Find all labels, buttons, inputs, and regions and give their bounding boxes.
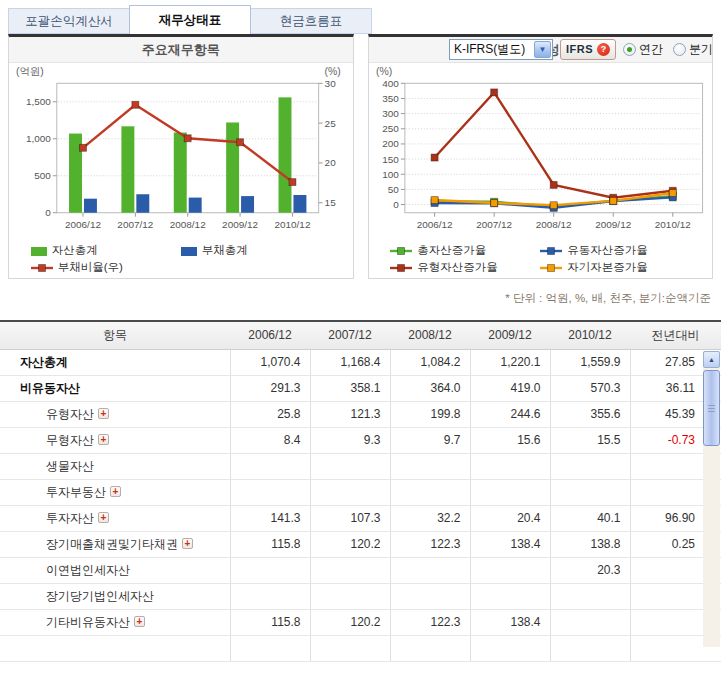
legend-item: 자기자본증가율 xyxy=(540,260,690,275)
value-cell: 15.5 xyxy=(550,427,630,453)
legend-item: 부채비율(우) xyxy=(31,260,181,275)
expand-plus-icon[interactable]: + xyxy=(98,408,109,419)
value-cell xyxy=(310,583,390,609)
svg-text:300: 300 xyxy=(382,108,399,119)
value-cell xyxy=(470,453,550,479)
value-cell xyxy=(390,635,470,661)
row-label: 기타비유동자산 xyxy=(46,615,130,629)
svg-text:2008/12: 2008/12 xyxy=(170,219,206,230)
svg-text:1,500: 1,500 xyxy=(26,96,51,107)
svg-text:500: 500 xyxy=(34,170,51,181)
tab-balance-sheet[interactable]: 재무상태표 xyxy=(129,5,251,34)
balance-sheet-table-wrap: 항목2006/122007/122008/122009/122010/12전년대… xyxy=(0,320,721,662)
ifrs-help-button[interactable]: IFRS ? xyxy=(560,39,616,60)
tab-comprehensive-income[interactable]: 포괄손익계산서 xyxy=(8,8,130,34)
unit-note: * 단위 : 억원, %, 배, 천주, 분기:순액기준 xyxy=(0,291,721,306)
value-cell xyxy=(390,479,470,505)
accounting-standard-select[interactable]: K-IFRS(별도) ▼ xyxy=(449,39,553,60)
svg-text:200: 200 xyxy=(382,138,399,149)
radio-annual[interactable]: 연간 xyxy=(623,41,663,58)
row-label-cell xyxy=(0,635,230,661)
value-cell xyxy=(310,557,390,583)
value-cell: 1,070.4 xyxy=(230,349,310,375)
value-cell xyxy=(390,583,470,609)
legend-item: 유동자산증가율 xyxy=(540,243,690,258)
tab-cash-flow[interactable]: 현금흐름표 xyxy=(250,8,372,34)
svg-text:0: 0 xyxy=(393,199,399,210)
value-cell xyxy=(230,583,310,609)
scroll-up-button[interactable]: ▲ xyxy=(703,351,720,368)
value-cell: 121.3 xyxy=(310,401,390,427)
value-cell: 1,220.1 xyxy=(470,349,550,375)
asset-growth-panel: 자산성장성지표 0501001502002503003504002006/122… xyxy=(368,34,714,279)
table-row: 장기당기법인세자산 xyxy=(0,583,721,609)
svg-text:2009/12: 2009/12 xyxy=(222,219,258,230)
legend-label: 자산총계 xyxy=(52,243,98,258)
row-label: 무형자산 xyxy=(46,433,94,447)
value-cell xyxy=(310,453,390,479)
column-header: 2009/12 xyxy=(470,321,550,349)
value-cell: 364.0 xyxy=(390,375,470,401)
radio-quarterly[interactable]: 분기 xyxy=(673,41,713,58)
svg-text:2007/12: 2007/12 xyxy=(117,219,153,230)
legend-label: 부채비율(우) xyxy=(58,260,123,275)
table-row xyxy=(0,635,721,661)
value-cell xyxy=(310,479,390,505)
radio-button-icon[interactable] xyxy=(673,43,686,56)
table-scrollbar[interactable]: ▲ xyxy=(703,351,720,647)
value-cell: 122.3 xyxy=(390,609,470,635)
value-cell: 15.6 xyxy=(470,427,550,453)
legend-bar-swatch-icon xyxy=(181,246,197,256)
asset-growth-chart: 0501001502002503003504002006/122007/1220… xyxy=(369,63,713,241)
value-cell: 120.2 xyxy=(310,531,390,557)
column-header: 전년대비 xyxy=(630,321,721,349)
expand-plus-icon[interactable]: + xyxy=(98,434,109,445)
question-mark-icon: ? xyxy=(597,43,610,56)
row-label: 투자부동산 xyxy=(46,485,106,499)
legend-label: 부채총계 xyxy=(202,243,248,258)
row-label-cell: 이연법인세자산 xyxy=(0,557,230,583)
charts-row: 주요재무항목 05001,0001,500152025302006/122007… xyxy=(0,34,721,279)
expand-plus-icon[interactable]: + xyxy=(98,512,109,523)
chart-legend: 총자산증가율유동자산증가율유형자산증가율자기자본증가율 xyxy=(369,243,713,275)
value-cell xyxy=(230,479,310,505)
svg-text:15: 15 xyxy=(325,197,337,208)
row-label: 장기당기법인세자산 xyxy=(46,589,154,603)
value-cell xyxy=(550,453,630,479)
row-label-cell: 비유동자산 xyxy=(0,375,230,401)
value-cell: 115.8 xyxy=(230,609,310,635)
value-cell xyxy=(310,635,390,661)
legend-item: 총자산증가율 xyxy=(390,243,540,258)
expand-plus-icon[interactable]: + xyxy=(134,616,145,627)
value-cell: 9.7 xyxy=(390,427,470,453)
table-row: 비유동자산291.3358.1364.0419.0570.336.11 xyxy=(0,375,721,401)
value-cell: 40.1 xyxy=(550,505,630,531)
value-cell xyxy=(550,479,630,505)
value-cell xyxy=(470,479,550,505)
value-cell: 1,559.9 xyxy=(550,349,630,375)
table-row: 유형자산+25.8121.3199.8244.6355.645.39 xyxy=(0,401,721,427)
row-label-cell: 장기당기법인세자산 xyxy=(0,583,230,609)
value-cell: 138.4 xyxy=(470,609,550,635)
row-label: 생물자산 xyxy=(46,459,94,473)
svg-text:2008/12: 2008/12 xyxy=(535,219,571,230)
legend-line-marker-icon xyxy=(540,263,562,273)
chevron-down-icon[interactable]: ▼ xyxy=(534,41,551,58)
svg-text:25: 25 xyxy=(325,118,337,129)
radio-button-icon[interactable] xyxy=(623,43,636,56)
svg-text:350: 350 xyxy=(382,93,399,104)
scroll-thumb[interactable] xyxy=(703,370,720,446)
expand-plus-icon[interactable]: + xyxy=(110,486,121,497)
value-cell xyxy=(550,583,630,609)
svg-text:150: 150 xyxy=(382,154,399,165)
svg-text:(%): (%) xyxy=(325,66,341,77)
chart-legend: 자산총계부채총계부채비율(우) xyxy=(9,243,353,275)
svg-text:250: 250 xyxy=(382,123,399,134)
row-label-cell: 무형자산+ xyxy=(0,427,230,453)
svg-text:(억원): (억원) xyxy=(16,66,44,77)
legend-item: 유형자산증가율 xyxy=(390,260,540,275)
expand-plus-icon[interactable]: + xyxy=(182,538,193,549)
row-label-cell: 투자자산+ xyxy=(0,505,230,531)
value-cell: 138.4 xyxy=(470,531,550,557)
svg-text:20: 20 xyxy=(325,157,337,168)
